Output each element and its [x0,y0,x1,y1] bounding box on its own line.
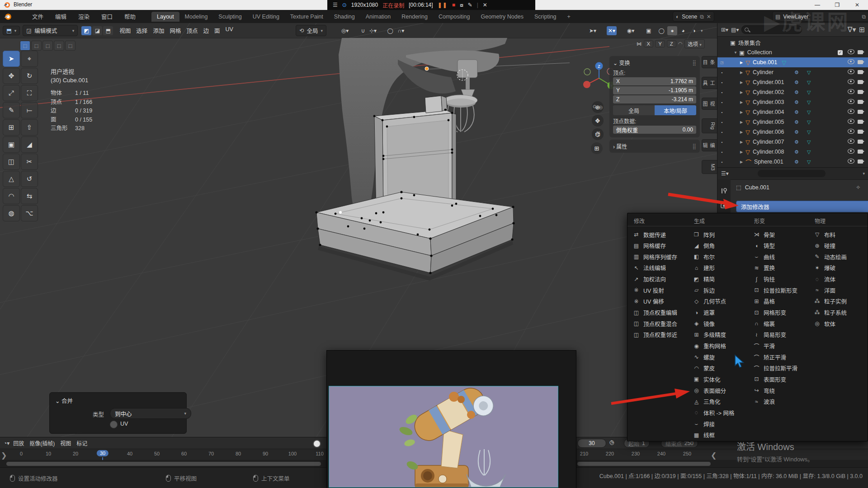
modifier-item-建形[interactable]: ⌂建形 [693,263,715,273]
pan-hand-icon[interactable]: ✥ [592,115,604,127]
modifier-item-网格序列缓存[interactable]: ▥网格序列缓存 [633,252,677,262]
merge-type-dropdown[interactable]: 到中心▾ [110,408,191,419]
render-preview-window[interactable] [326,350,576,488]
loop-cut-tool[interactable]: ◫ [3,154,20,170]
timeline-menu-回放[interactable]: 回放 [13,439,24,447]
properties-search-input[interactable] [758,170,826,177]
workspace-tab-Sculpting[interactable]: Sculpting [213,12,247,22]
outliner-row-Collection[interactable]: ▼▣Collection✓ [717,47,868,57]
shading-material-icon[interactable]: ◕ [678,26,688,35]
npanel-tab-Rig[interactable]: Rig [702,118,717,133]
workspace-tab-Animation[interactable]: Animation [360,12,396,22]
modifier-item-重构网格[interactable]: ◉重构网格 [693,341,726,351]
vertex-y-field[interactable]: Y-1.1905 m [613,86,696,94]
pause-icon[interactable]: ❚❚ [438,2,448,8]
snap-magnet-icon[interactable]: ∪ [358,26,368,35]
outliner-row-Cylinder.001[interactable]: •▶▽Cylinder.001⚙▽ [717,77,868,87]
modifier-item-精简[interactable]: ◩精简 [693,274,715,284]
poly-build-tool[interactable]: △ [3,171,20,187]
modifier-item-拆边[interactable]: ▱拆边 [693,285,715,295]
extrude-tool[interactable]: ⇧ [21,119,38,136]
inset-tool[interactable]: ▣ [3,136,20,153]
select-mode-lasso[interactable]: ⬚ [54,41,64,51]
timeline-menu-视图[interactable]: 视图 [60,439,71,447]
snap-curve-icon[interactable]: ◠ [678,41,683,47]
modifier-item-加权法向[interactable]: ↗加权法向 [633,274,666,284]
transform-tool[interactable]: ⛶ [21,85,38,101]
npanel-tab-视图[interactable]: 视图 [702,98,717,110]
hamburger-icon[interactable]: ☰ [333,2,338,8]
outliner-display-mode-icon[interactable]: ⊞▾ [721,27,728,33]
copy-viewlayer-icon[interactable]: ⧉ [862,14,866,20]
modifier-item-顶点权重邻近[interactable]: ◫顶点权重邻近 [633,330,677,340]
npanel-tab-工具[interactable]: 工具 [702,77,717,89]
smooth-tool[interactable]: ◠ [3,188,20,204]
edge-slide-tool[interactable]: ⇆ [21,188,38,204]
new-collection-icon[interactable]: ⊞ [859,25,865,34]
menu-窗口[interactable]: 窗口 [97,11,117,22]
copy-scene-icon[interactable]: ⧉ [700,14,704,20]
modifier-item-拉普拉斯平滑[interactable]: ⌒拉普拉斯平滑 [753,363,797,373]
timeline-scrollbar-right[interactable] [577,462,711,466]
menu-文件[interactable]: 文件 [28,11,47,22]
axis-x-button[interactable]: X [644,40,654,47]
workspace-tab-Layout[interactable]: Layout [151,12,179,22]
outliner-row-Cylinder.008[interactable]: •▶▽Cylinder.008⚙▽ [717,147,868,157]
workspace-tab-Geometry Nodes[interactable]: Geometry Nodes [475,12,528,22]
collapse-right-icon[interactable]: ❮ [711,451,717,460]
screenshot-icon[interactable]: ⧇ [460,2,463,8]
breadcrumb-object[interactable]: Cube.001 [745,184,769,191]
modifier-item-线框[interactable]: ▦线框 [693,430,715,440]
modifier-item-波浪[interactable]: ≈波浪 [753,397,775,407]
vertex-x-field[interactable]: X1.7762 m [613,77,696,85]
properties-editor-icon[interactable]: ☰▾ [721,170,729,177]
modifier-item-焊接[interactable]: ⌣焊接 [693,419,715,429]
modifier-item-遮罩[interactable]: ◑遮罩 [693,308,715,318]
outliner-row-Cylinder[interactable]: •▶▽Cylinder⚙▽ [717,67,868,77]
timeline-menu-标记[interactable]: 标记 [76,439,87,447]
outliner-filter-obj-icon[interactable]: ▤▾ [731,27,739,33]
modifier-item-网格形变[interactable]: ⊡网格形变 [753,308,786,318]
timeline-editor-icon[interactable]: ◔▾ [4,440,9,446]
workspace-tab-Rendering[interactable]: Rendering [396,12,433,22]
modifier-item-螺旋[interactable]: ∿螺旋 [693,352,715,362]
local-button[interactable]: 本地/局部 [655,105,696,115]
outliner-row-Cylinder.003[interactable]: •▶▽Cylinder.003⚙▽ [717,97,868,107]
pin-id-icon[interactable]: ✧ [856,184,860,191]
npanel-tab-条目[interactable]: 条目 [702,56,717,68]
global-button[interactable]: 全局 [613,105,655,115]
npanel-tab-编辑[interactable]: 编辑 [702,139,717,151]
properties-options-icon[interactable]: ▾ [863,171,865,176]
modifier-item-曲线[interactable]: ⌣曲线 [753,252,775,262]
modifier-item-镜像[interactable]: ◈镜像 [693,319,715,328]
modifier-item-几何节点[interactable]: ◇几何节点 [693,296,726,306]
pin-icon[interactable]: ⊙ [342,2,347,8]
close-recorder-icon[interactable]: ✕ [483,2,487,8]
current-frame-field[interactable]: 30 [577,439,606,448]
expand-left-icon[interactable]: ❯ [1,451,7,460]
modifier-item-动态绘画[interactable]: ✎动态绘画 [814,252,847,262]
modifier-item-弯绕[interactable]: ↪弯绕 [753,385,775,395]
modifier-item-流体[interactable]: ◌流体 [814,274,835,284]
pivot-point-icon[interactable]: ◎▾ [340,26,350,35]
modifier-item-矫正平滑[interactable]: ⌒矫正平滑 [753,352,786,362]
shading-solid-icon[interactable]: ● [667,26,677,35]
menu-渲染[interactable]: 渲染 [74,11,94,22]
shrink-tool[interactable]: ◍ [3,205,20,221]
menu-编辑[interactable]: 编辑 [51,11,71,22]
add-cube-tool[interactable]: ⊞ [3,119,20,136]
modifier-item-UV 偏移[interactable]: ※UV 偏移 [633,296,664,306]
modifier-item-拉普拉斯形变[interactable]: ⊡拉普拉斯形变 [753,285,797,295]
bevel-weight-field[interactable]: 倒角权重0.00 [613,126,696,134]
timeline-menu-抠像(插帧)[interactable]: 抠像(插帧) [29,439,55,447]
tweak-select-tool[interactable]: ➤ [3,51,20,67]
modifier-item-实体化[interactable]: ▣实体化 [693,374,721,384]
snap-target-icon[interactable]: ⊹▾ [368,26,378,35]
modifier-item-碰撞[interactable]: ⊛碰撞 [814,241,835,251]
select-mode-box[interactable]: ⬚ [31,41,42,51]
tab-tool-icon[interactable] [721,188,727,194]
modifier-item-阵列[interactable]: ❒阵列 [693,230,715,239]
zoom-icon[interactable]: ⊕ [592,101,604,113]
modifier-item-网格缓存[interactable]: ▤网格缓存 [633,241,666,251]
mirror-icon[interactable]: ⋈ [637,41,642,47]
